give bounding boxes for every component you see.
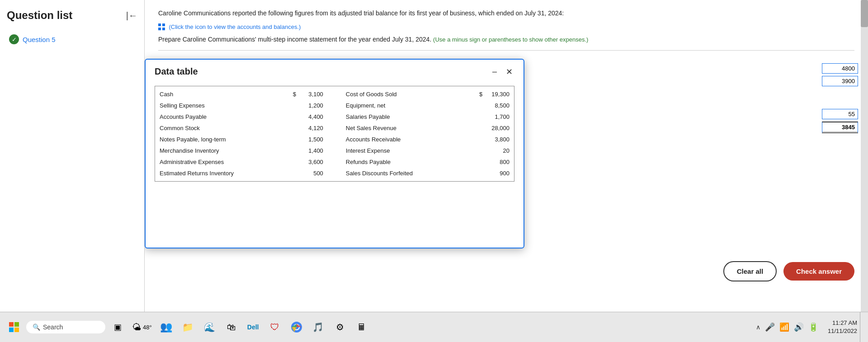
wifi-icon[interactable]: 📶 — [779, 322, 789, 332]
modal-close-button[interactable]: ✕ — [504, 67, 514, 77]
content-area: Caroline Communications reported the fol… — [145, 0, 868, 312]
left-label: Accounts Payable — [155, 111, 288, 122]
right-label: Cost of Goods Sold — [341, 86, 475, 100]
show-desktop-button[interactable] — [860, 312, 863, 342]
clear-all-button[interactable]: Clear all — [723, 261, 777, 281]
modal-minimize-button[interactable]: – — [491, 67, 499, 76]
right-label: Interest Expense — [341, 145, 475, 156]
table-row: Common Stock 4,120 Net Sales Revenue 28,… — [155, 122, 514, 134]
teams-button[interactable]: 👥 — [157, 318, 176, 337]
svg-rect-5 — [14, 322, 19, 327]
volume-icon[interactable]: 🔊 — [794, 322, 804, 332]
mcafee-button[interactable]: 🛡 — [265, 318, 284, 337]
right-amount: 19,300 — [487, 86, 514, 100]
sidebar: Question list |← ✓ Question 5 — [0, 0, 145, 312]
left-amount: 4,400 — [301, 111, 328, 122]
answer-input-4[interactable] — [822, 122, 858, 133]
svg-rect-3 — [162, 28, 165, 30]
windows-start-button[interactable] — [5, 318, 24, 337]
right-amount: 8,500 — [487, 100, 514, 111]
chrome-button[interactable] — [287, 318, 306, 337]
right-label: Refunds Payable — [341, 156, 475, 168]
modal-title: Data table — [155, 66, 198, 77]
svg-rect-0 — [158, 23, 161, 26]
col-spacer — [328, 156, 341, 168]
table-row: Merchandise Inventory 1,400 Interest Exp… — [155, 145, 514, 156]
data-table-wrapper: Cash $ 3,100 Cost of Goods Sold $ 19,300… — [146, 81, 524, 191]
icon-link-row: (Click the icon to view the accounts and… — [158, 23, 854, 31]
col-spacer — [328, 111, 341, 122]
left-label: Cash — [155, 86, 288, 100]
file-explorer-button[interactable]: 📁 — [179, 318, 198, 337]
left-symbol — [288, 134, 301, 145]
answer-inputs-panel — [822, 63, 858, 133]
search-box[interactable]: 🔍 Search — [26, 321, 105, 333]
left-amount: 1,200 — [301, 100, 328, 111]
scroll-track[interactable] — [861, 0, 868, 312]
clock-date: 11/11/2022 — [821, 327, 857, 335]
green-note: (Use a minus sign or parentheses to show… — [433, 36, 588, 43]
left-label: Selling Expenses — [155, 100, 288, 111]
task-view-button[interactable]: ▣ — [108, 318, 127, 337]
answer-input-3[interactable] — [822, 109, 858, 119]
question-5-label: Question 5 — [23, 36, 56, 43]
left-symbol — [288, 111, 301, 122]
right-label: Equipment, net — [341, 100, 475, 111]
left-amount: 3,100 — [301, 86, 328, 100]
col-spacer — [328, 134, 341, 145]
icon-link-text[interactable]: (Click the icon to view the accounts and… — [169, 23, 301, 30]
left-symbol — [288, 122, 301, 134]
clock-time: 11:27 AM — [821, 319, 857, 327]
sidebar-item-q5[interactable]: ✓ Question 5 — [7, 31, 137, 48]
chevron-up-icon[interactable]: ∧ — [756, 323, 760, 331]
right-symbol — [475, 111, 487, 122]
clock[interactable]: 11:27 AM 11/11/2022 — [821, 319, 857, 335]
right-symbol — [475, 134, 487, 145]
right-amount: 3,800 — [487, 134, 514, 145]
right-symbol — [475, 100, 487, 111]
col-spacer — [328, 168, 341, 182]
left-amount: 3,600 — [301, 156, 328, 168]
grid-icon — [158, 23, 169, 30]
table-row: Administrative Expenses 3,600 Refunds Pa… — [155, 156, 514, 168]
sidebar-header: Question list |← — [7, 9, 137, 22]
collapse-button[interactable]: |← — [126, 10, 137, 21]
data-table-modal: Data table – ✕ Cash $ 3,100 Cost of Good… — [145, 59, 524, 248]
battery-icon[interactable]: 🔋 — [808, 322, 818, 332]
data-table: Cash $ 3,100 Cost of Goods Sold $ 19,300… — [155, 86, 514, 182]
left-symbol — [288, 168, 301, 182]
system-tray: ∧ 🎤 📶 🔊 🔋 — [756, 322, 818, 332]
right-symbol — [475, 145, 487, 156]
edge-button[interactable]: 🌊 — [200, 318, 219, 337]
answer-input-2[interactable] — [822, 76, 858, 86]
weather-widget: 🌤 48° — [130, 322, 154, 333]
table-row: Selling Expenses 1,200 Equipment, net 8,… — [155, 100, 514, 111]
right-label: Sales Discounts Forfeited — [341, 168, 475, 182]
right-amount: 20 — [487, 145, 514, 156]
left-label: Estimated Returns Inventory — [155, 168, 288, 182]
settings-button[interactable]: ⚙ — [330, 318, 349, 337]
answer-input-1[interactable] — [822, 63, 858, 74]
scroll-thumb[interactable] — [861, 0, 868, 27]
left-amount: 500 — [301, 168, 328, 182]
calculator-button[interactable]: 🖩 — [352, 318, 371, 337]
left-amount: 1,500 — [301, 134, 328, 145]
dell-button[interactable]: Dell — [244, 318, 263, 337]
right-symbol: $ — [475, 86, 487, 100]
spotify-button[interactable]: 🎵 — [309, 318, 328, 337]
right-label: Accounts Receivable — [341, 134, 475, 145]
svg-rect-7 — [14, 328, 19, 332]
right-symbol — [475, 156, 487, 168]
left-symbol: $ — [288, 86, 301, 100]
right-symbol — [475, 168, 487, 182]
mic-icon[interactable]: 🎤 — [765, 322, 775, 332]
svg-rect-4 — [9, 322, 14, 327]
check-answer-button[interactable]: Check answer — [783, 262, 854, 281]
left-amount: 1,400 — [301, 145, 328, 156]
modal-controls: – ✕ — [491, 67, 514, 77]
store-button[interactable]: 🛍 — [222, 318, 241, 337]
right-amount: 28,000 — [487, 122, 514, 134]
weather-icon: 🌤 — [132, 322, 141, 333]
right-amount: 1,700 — [487, 111, 514, 122]
action-bar: Clear all Check answer — [723, 261, 854, 281]
